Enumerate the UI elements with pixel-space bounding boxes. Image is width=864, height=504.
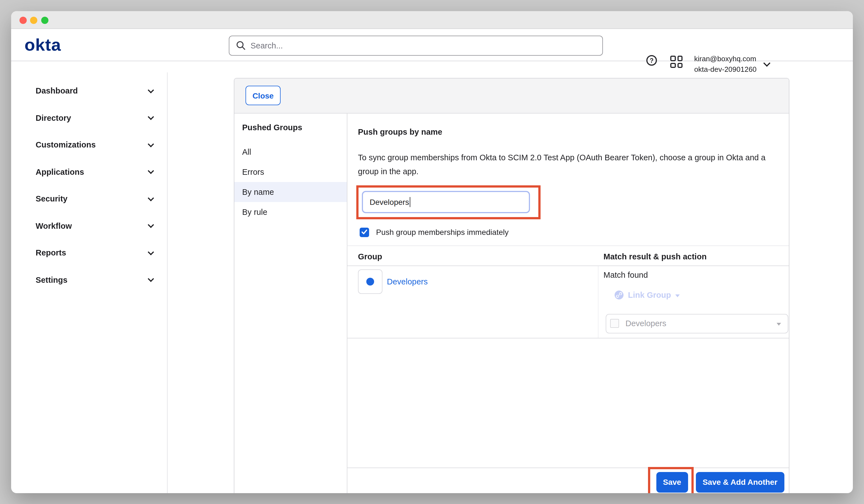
table-column-divider	[598, 266, 598, 338]
account-org: okta-dev-20901260	[694, 64, 757, 75]
app-group-select[interactable]: Developers	[605, 314, 788, 333]
sidebar-item-dashboard[interactable]: Dashboard	[11, 77, 167, 104]
chevron-down-icon	[148, 114, 154, 120]
help-icon: ?	[646, 55, 657, 66]
okta-logo[interactable]: okta	[24, 36, 61, 55]
chevron-down-icon	[763, 59, 770, 66]
group-name-input[interactable]: Developers	[362, 191, 530, 213]
panel-toolbar	[235, 79, 789, 113]
column-header-group: Group	[358, 252, 382, 261]
group-icon	[366, 278, 374, 286]
nav-item-all[interactable]: All	[235, 142, 347, 162]
push-immediately-label: Push group memberships immediately	[376, 228, 508, 237]
push-immediately-checkbox[interactable]	[360, 228, 369, 237]
window-titlebar	[11, 11, 853, 29]
apps-grid-icon	[670, 56, 675, 61]
window-zoom-button[interactable]	[41, 16, 48, 24]
save-add-another-button[interactable]: Save & Add Another	[696, 472, 784, 492]
account-menu[interactable]: kiran@boxyhq.com okta-dev-20901260	[694, 53, 769, 75]
search-input[interactable]: Search...	[229, 35, 603, 56]
pushed-groups-title: Pushed Groups	[242, 123, 302, 132]
window-minimize-button[interactable]	[30, 16, 37, 24]
chevron-down-icon	[148, 249, 154, 255]
sidebar-divider	[167, 72, 168, 493]
group-name-input-value: Developers	[370, 197, 409, 206]
text-caret	[410, 197, 410, 207]
link-group-button[interactable]: Link Group	[615, 290, 680, 299]
save-button[interactable]: Save	[656, 472, 688, 492]
sidebar-item-reports[interactable]: Reports	[11, 239, 167, 266]
screen: okta Search... ? kiran@boxyhq.com	[0, 0, 864, 504]
sidebar-item-security[interactable]: Security	[11, 185, 167, 212]
chevron-down-icon	[148, 141, 154, 147]
help-button[interactable]: ?	[646, 55, 657, 66]
content-title: Push groups by name	[358, 128, 442, 136]
table-header-divider	[347, 265, 789, 266]
app-header: okta Search... ? kiran@boxyhq.com	[11, 29, 853, 61]
pushed-groups-panel: Close Pushed Groups All Errors By name B…	[234, 78, 789, 493]
caret-down-icon	[776, 323, 781, 325]
browser-window: okta Search... ? kiran@boxyhq.com	[11, 11, 853, 493]
group-link[interactable]: Developers	[387, 277, 428, 286]
nav-item-by-name[interactable]: By name	[235, 182, 347, 202]
panel-nav-divider	[347, 113, 347, 493]
chevron-down-icon	[148, 222, 154, 228]
row-divider	[347, 338, 789, 338]
sidebar-item-applications[interactable]: Applications	[11, 158, 167, 185]
table-top-divider	[347, 245, 789, 246]
link-icon	[615, 290, 624, 299]
apps-grid-button[interactable]	[670, 56, 683, 68]
match-status: Match found	[603, 271, 648, 279]
chevron-down-icon	[148, 87, 154, 93]
group-icon-card	[358, 269, 382, 294]
link-group-label: Link Group	[628, 290, 671, 299]
group-placeholder-icon	[610, 319, 619, 328]
close-button[interactable]: Close	[245, 86, 280, 105]
sidebar-item-workflow[interactable]: Workflow	[11, 212, 167, 239]
sidebar-item-settings[interactable]: Settings	[11, 266, 167, 293]
nav-item-by-rule[interactable]: By rule	[235, 202, 347, 222]
checkmark-icon	[361, 230, 368, 235]
sidebar-item-customizations[interactable]: Customizations	[11, 131, 167, 158]
column-header-match: Match result & push action	[603, 252, 707, 261]
push-immediately-row: Push group memberships immediately	[360, 228, 508, 237]
chevron-down-icon	[148, 195, 154, 201]
content-description: To sync group memberships from Okta to S…	[358, 151, 777, 178]
caret-down-icon	[675, 294, 680, 297]
footer-divider	[347, 467, 789, 468]
nav-item-errors[interactable]: Errors	[235, 162, 347, 182]
app-group-select-value: Developers	[625, 319, 776, 328]
chevron-down-icon	[148, 168, 154, 174]
window-close-button[interactable]	[19, 16, 26, 24]
search-icon	[236, 41, 245, 50]
search-placeholder: Search...	[251, 41, 283, 50]
chevron-down-icon	[148, 276, 154, 282]
account-email: kiran@boxyhq.com	[694, 53, 757, 64]
sidebar-item-directory[interactable]: Directory	[11, 104, 167, 131]
